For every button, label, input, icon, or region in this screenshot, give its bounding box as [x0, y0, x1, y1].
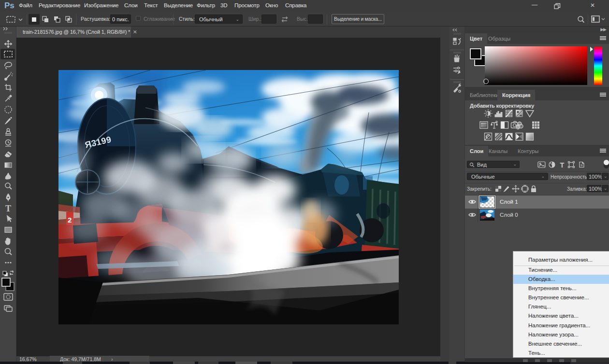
svg-text:T: T	[5, 204, 11, 213]
svg-text:T: T	[560, 161, 565, 169]
